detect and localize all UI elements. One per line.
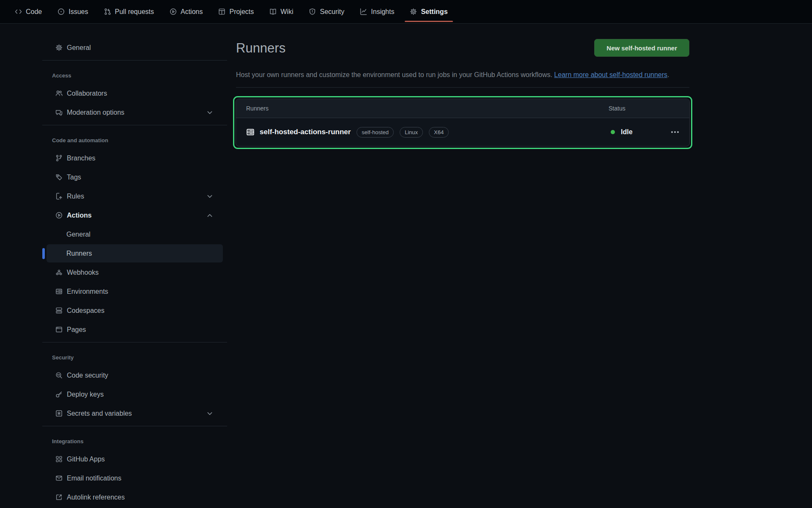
sidebar-item-branches[interactable]: Branches	[47, 149, 223, 167]
sidebar-section-code-automation: Code and automation	[42, 136, 227, 145]
tab-actions[interactable]: Actions	[165, 0, 208, 23]
rules-icon	[55, 193, 63, 200]
sidebar-item-actions-general[interactable]: General	[47, 225, 223, 243]
sidebar-item-actions-runners[interactable]: Runners	[47, 244, 223, 262]
sidebar-item-label: Tags	[67, 174, 81, 181]
runners-table: Runners Status self-hosted-actions-runne…	[236, 99, 690, 146]
runner-status: Idle	[621, 128, 633, 136]
tab-label: Projects	[229, 8, 254, 16]
sidebar-item-general[interactable]: General	[47, 39, 223, 57]
apps-icon	[55, 456, 63, 463]
tag-icon	[55, 174, 63, 181]
tab-label: Issues	[69, 8, 88, 16]
new-self-hosted-runner-button[interactable]: New self-hosted runner	[594, 39, 689, 57]
tab-label: Security	[320, 8, 344, 16]
runners-description: Host your own runners and customize the …	[236, 69, 689, 81]
sidebar-item-rules[interactable]: Rules	[47, 187, 223, 205]
sidebar-item-moderation-options[interactable]: Moderation options	[47, 103, 223, 121]
git-pull-request-icon	[104, 8, 111, 15]
sidebar-item-label: Rules	[67, 193, 84, 200]
sidebar-item-email-notifications[interactable]: Email notifications	[47, 469, 223, 487]
sidebar-section-access: Access	[42, 72, 227, 80]
table-header-row: Runners Status	[236, 99, 689, 118]
tab-label: Wiki	[280, 8, 293, 16]
sidebar-item-codespaces[interactable]: Codespaces	[47, 301, 223, 320]
tab-wiki[interactable]: Wiki	[264, 0, 298, 23]
tab-label: Code	[26, 8, 42, 16]
tab-pull-requests[interactable]: Pull requests	[99, 0, 159, 23]
sidebar-item-label: Autolink references	[67, 494, 125, 501]
sidebar-item-secrets-variables[interactable]: Secrets and variables	[47, 404, 223, 422]
issue-opened-icon	[58, 8, 65, 15]
sidebar-section-integrations: Integrations	[42, 437, 227, 446]
graph-icon	[360, 8, 367, 15]
chevron-down-icon	[207, 411, 213, 417]
runner-label-pill: Linux	[400, 127, 423, 138]
mail-icon	[55, 475, 63, 482]
sidebar-item-tags[interactable]: Tags	[47, 168, 223, 186]
runner-name: self-hosted-actions-runner	[260, 128, 351, 136]
sidebar-item-pages[interactable]: Pages	[47, 320, 223, 339]
main-content: Runners New self-hosted runner Host your…	[236, 24, 689, 149]
sidebar-item-collaborators[interactable]: Collaborators	[47, 84, 223, 102]
webhook-icon	[55, 269, 63, 276]
runner-actions-cell	[660, 128, 689, 136]
tab-label: Settings	[421, 8, 447, 16]
tab-projects[interactable]: Projects	[213, 0, 259, 23]
tab-label: Insights	[371, 8, 394, 16]
column-header-runners: Runners	[246, 105, 269, 112]
sidebar-item-actions[interactable]: Actions	[47, 206, 223, 224]
sidebar-item-autolink-references[interactable]: Autolink references	[47, 488, 223, 506]
key-icon	[55, 391, 63, 398]
sidebar-divider	[42, 426, 227, 426]
git-branch-icon	[55, 155, 63, 162]
chevron-down-icon	[207, 110, 213, 116]
repo-tab-bar: Code Issues Pull requests Actions Projec…	[0, 0, 812, 24]
gear-icon	[410, 8, 417, 15]
server-icon	[55, 288, 63, 295]
page-header: Runners New self-hosted runner	[236, 39, 689, 58]
sidebar-item-label: Branches	[67, 155, 96, 162]
play-icon	[170, 8, 177, 15]
sidebar-item-github-apps[interactable]: GitHub Apps	[47, 450, 223, 468]
runner-row: self-hosted-actions-runner self-hosted L…	[236, 118, 689, 146]
tab-issues[interactable]: Issues	[52, 0, 93, 23]
status-idle-dot	[611, 130, 615, 134]
book-icon	[269, 8, 277, 15]
highlight-annotation: Runners Status self-hosted-actions-runne…	[233, 96, 692, 149]
asterisk-box-icon	[55, 410, 63, 417]
sidebar-item-environments[interactable]: Environments	[47, 282, 223, 301]
tab-settings[interactable]: Settings	[405, 0, 453, 23]
sidebar-item-label: General	[66, 231, 91, 238]
tab-code[interactable]: Code	[10, 0, 47, 23]
sidebar-item-label: Moderation options	[67, 109, 124, 116]
learn-more-link[interactable]: Learn more about self-hosted runners	[554, 71, 667, 78]
sidebar-item-webhooks[interactable]: Webhooks	[47, 263, 223, 282]
sidebar-item-label: Runners	[66, 250, 92, 257]
browser-icon	[55, 326, 63, 333]
sidebar-item-label: Actions	[67, 212, 92, 219]
runner-label-pill: self-hosted	[357, 127, 394, 138]
chevron-down-icon	[207, 193, 213, 199]
shield-icon	[309, 8, 316, 15]
sidebar-item-code-security[interactable]: Code security	[47, 366, 223, 384]
tab-insights[interactable]: Insights	[355, 0, 399, 23]
runner-status-cell: Idle	[601, 128, 660, 136]
tab-label: Actions	[181, 8, 203, 16]
kebab-menu-button[interactable]	[669, 128, 680, 136]
tab-security[interactable]: Security	[304, 0, 349, 23]
sidebar-item-label: General	[67, 44, 91, 52]
column-header-status: Status	[609, 105, 689, 112]
description-suffix: .	[667, 71, 669, 78]
sidebar-section-security: Security	[42, 353, 227, 362]
sidebar-item-deploy-keys[interactable]: Deploy keys	[47, 385, 223, 403]
chevron-up-icon	[207, 213, 213, 218]
sidebar-item-label: Environments	[67, 288, 108, 295]
sidebar-item-label: Code security	[67, 372, 108, 379]
sidebar-item-label: Pages	[67, 326, 86, 334]
runner-server-icon	[246, 128, 255, 136]
sidebar-item-label: Collaborators	[67, 90, 107, 97]
play-icon	[55, 212, 63, 219]
sidebar-item-label: Codespaces	[67, 307, 104, 315]
content-divider	[236, 87, 689, 88]
